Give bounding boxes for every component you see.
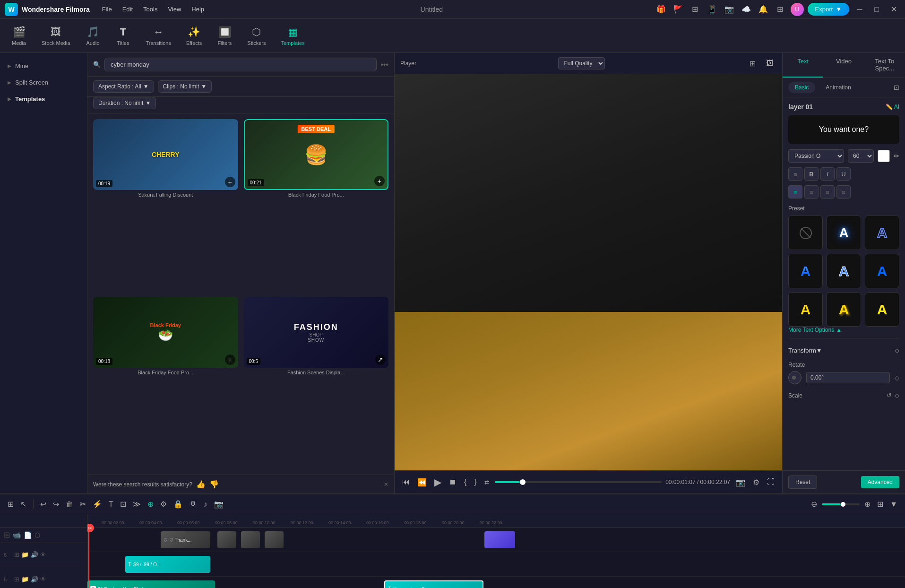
- grid-view-icon[interactable]: ⊞: [746, 57, 759, 70]
- track-lock-5[interactable]: ⊞: [14, 576, 19, 583]
- apps-icon[interactable]: ⊞: [774, 3, 787, 16]
- align-left-btn[interactable]: ≡: [788, 185, 802, 199]
- bell-icon[interactable]: 🔔: [757, 3, 770, 16]
- transform-keyframe-icon[interactable]: ◇: [895, 347, 899, 354]
- scale-reset-icon[interactable]: ↺: [887, 392, 892, 399]
- feedback-close-btn[interactable]: ✕: [384, 481, 388, 488]
- toolbar-filters[interactable]: 🔲 Filters: [210, 23, 239, 49]
- tl-mic-btn[interactable]: 🎙: [188, 498, 199, 510]
- template-add-food[interactable]: +: [374, 176, 385, 186]
- indent-btn[interactable]: ≡: [788, 167, 802, 181]
- track-share-icon[interactable]: ⬡: [34, 531, 40, 539]
- toolbar-effects[interactable]: ✨ Effects: [180, 23, 208, 49]
- align-right-btn[interactable]: ≡: [820, 185, 835, 199]
- menu-tools[interactable]: Tools: [138, 4, 162, 15]
- tl-music-btn[interactable]: ♪: [202, 498, 209, 510]
- template-card-fashion[interactable]: FASHION SHOP SHOW 00:5 ↗ Fashion Scenes …: [244, 297, 389, 469]
- track-file-icon[interactable]: 📄: [24, 531, 32, 539]
- play-btn[interactable]: ▶: [432, 475, 443, 490]
- track-lock-6[interactable]: ⊞: [14, 551, 19, 558]
- track-cam-icon[interactable]: 📹: [13, 531, 21, 539]
- settings-btn[interactable]: ⚙: [751, 476, 761, 489]
- toolbar-transitions[interactable]: ↔ Transitions: [139, 23, 178, 49]
- tl-crop-btn[interactable]: ⊡: [118, 498, 128, 510]
- preset-a-gold[interactable]: A: [827, 292, 861, 327]
- track-eye-5[interactable]: 👁: [40, 576, 46, 583]
- fullscreen-btn[interactable]: ⛶: [765, 476, 776, 488]
- preset-a-bright[interactable]: A: [865, 292, 899, 327]
- clip-track5-1[interactable]: T$9 / .99 / O...: [125, 556, 210, 573]
- template-card-bfood[interactable]: Black Friday 🥗 00:18 + Black Friday Food…: [93, 297, 238, 469]
- advanced-button[interactable]: Advanced: [861, 476, 899, 488]
- thumbs-up-icon[interactable]: 👍: [196, 480, 206, 489]
- toolbar-stickers[interactable]: ⬡ Stickers: [241, 23, 272, 49]
- sidebar-item-split-screen[interactable]: ▶ Split Screen: [0, 74, 87, 91]
- fit-btn[interactable]: ⇄: [483, 477, 491, 487]
- progress-bar[interactable]: [495, 481, 662, 483]
- tl-select-btn[interactable]: ↖: [18, 498, 28, 510]
- clip-track6-2[interactable]: [217, 531, 236, 548]
- track-folder-6[interactable]: 📁: [21, 551, 29, 558]
- preset-none[interactable]: [788, 216, 823, 250]
- image-view-icon[interactable]: 🖼: [763, 57, 776, 70]
- tl-text-btn[interactable]: T: [107, 498, 115, 510]
- font-select[interactable]: Passion O: [788, 149, 844, 163]
- clip-track6-5[interactable]: [484, 531, 515, 548]
- reset-button[interactable]: Reset: [788, 476, 817, 489]
- search-input[interactable]: [104, 58, 377, 71]
- menu-edit[interactable]: Edit: [118, 4, 138, 15]
- track-audio-6[interactable]: 🔊: [31, 551, 38, 558]
- preset-a-dark-blue[interactable]: A: [865, 254, 899, 288]
- screenshot-btn[interactable]: 📷: [734, 476, 747, 489]
- tl-undo-btn[interactable]: ↩: [38, 498, 48, 510]
- sub-tab-basic[interactable]: Basic: [788, 82, 815, 93]
- tl-redo-btn[interactable]: ↪: [51, 498, 61, 510]
- preset-a-white[interactable]: A: [827, 216, 861, 250]
- rotate-input[interactable]: [806, 372, 890, 383]
- export-button[interactable]: Export ▼: [808, 3, 849, 16]
- transform-header[interactable]: Transform ▼ ◇: [788, 343, 899, 358]
- grid-icon[interactable]: ⊞: [689, 3, 702, 16]
- clip-track4-2[interactable]: TYou want one? ♥: [384, 580, 483, 588]
- clip-track6-4[interactable]: [265, 531, 284, 548]
- bold-btn[interactable]: B: [804, 167, 819, 181]
- tl-expand-btn[interactable]: ▼: [888, 498, 899, 510]
- template-card-sakura[interactable]: CHERRY 00:19 + Sakura Falling Discount: [93, 119, 238, 291]
- preset-a-blue-grad[interactable]: A: [788, 254, 823, 288]
- template-add-fashion[interactable]: ↗: [375, 355, 386, 365]
- align-center-btn[interactable]: ≡: [804, 185, 819, 199]
- maximize-btn[interactable]: □: [870, 3, 883, 16]
- tl-zoom-out-btn[interactable]: ⊖: [809, 498, 819, 510]
- search-more-icon[interactable]: •••: [380, 61, 388, 69]
- tl-cut-btn[interactable]: ✂: [78, 498, 88, 510]
- track-eye-6[interactable]: 👁: [40, 551, 46, 558]
- clips-filter[interactable]: Clips : No limit ▼: [158, 80, 212, 93]
- scale-keyframe-icon[interactable]: ◇: [895, 392, 899, 399]
- add-track-icon[interactable]: ⊞: [4, 530, 10, 539]
- track-folder-5[interactable]: 📁: [21, 576, 29, 583]
- color-picker-icon[interactable]: ✏: [894, 152, 899, 160]
- minimize-btn[interactable]: ─: [853, 3, 866, 16]
- color-swatch[interactable]: [878, 150, 890, 162]
- rotate-keyframe-icon[interactable]: ◇: [895, 374, 899, 381]
- clip-track6-1[interactable]: ♡ ♡ Thank...: [161, 531, 210, 548]
- clip-track4-1[interactable]: T04 Replace Your Photo...: [87, 580, 215, 588]
- template-add-bfood[interactable]: +: [225, 355, 235, 365]
- preset-a-outline[interactable]: A: [865, 216, 899, 250]
- tl-settings2-btn[interactable]: ⚙: [158, 498, 169, 510]
- align-justify-btn[interactable]: ≡: [836, 185, 851, 199]
- tl-zoom-bar[interactable]: [822, 503, 860, 505]
- sidebar-item-mine[interactable]: ▶ Mine: [0, 58, 87, 74]
- toolbar-templates[interactable]: ▦ Templates: [274, 23, 311, 49]
- tl-lock-btn[interactable]: 🔒: [172, 498, 185, 510]
- rotate-dial[interactable]: [788, 371, 802, 384]
- user-avatar[interactable]: U: [791, 3, 804, 16]
- font-size-select[interactable]: 60: [848, 149, 874, 163]
- flag-icon[interactable]: 🚩: [672, 3, 685, 16]
- toolbar-stock[interactable]: 🖼 Stock Media: [35, 23, 77, 49]
- preset-a-stroke-white[interactable]: A: [827, 254, 861, 288]
- tl-delete-btn[interactable]: 🗑: [64, 498, 75, 510]
- bracket-close-btn[interactable]: }: [472, 476, 478, 488]
- layer-ai-btn[interactable]: ✏️ AI: [886, 104, 899, 110]
- cloud-icon[interactable]: ☁️: [740, 3, 753, 16]
